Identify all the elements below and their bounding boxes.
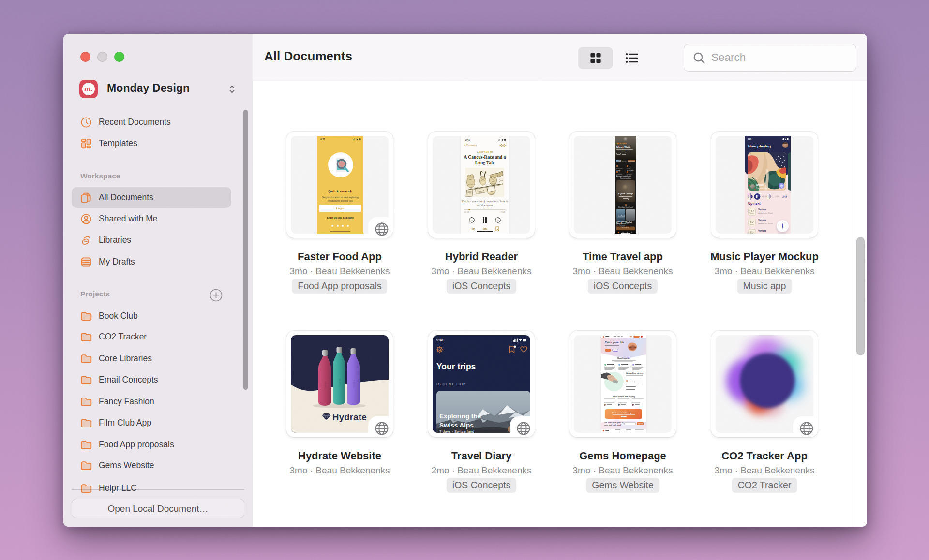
svg-text:3:44: 3:44: [782, 196, 787, 198]
svg-text:Hydrate: Hydrate: [338, 378, 341, 387]
svg-text:15: 15: [471, 219, 473, 221]
svg-text:Hydrate: Hydrate: [324, 381, 327, 390]
svg-text:Hydrate: Hydrate: [352, 380, 355, 388]
svg-text:Hydrate: Hydrate: [332, 412, 367, 422]
svg-text:15: 15: [497, 219, 499, 221]
